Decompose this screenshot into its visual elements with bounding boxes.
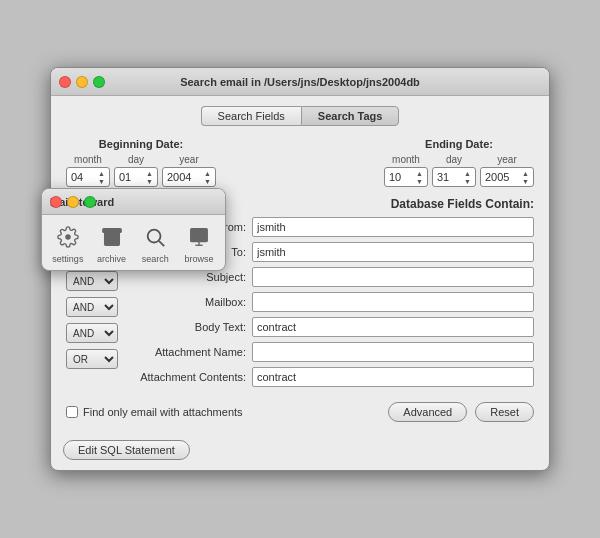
form-row-attachcontents: Attachment Contents: xyxy=(126,367,534,387)
title-bar: Search email in /Users/jns/Desktop/jns20… xyxy=(51,68,549,96)
archive-icon xyxy=(98,223,126,251)
input-to[interactable] xyxy=(252,242,534,262)
mini-icon-browse[interactable]: browse xyxy=(179,223,219,264)
beginning-year-arrows: ▲ ▼ xyxy=(204,170,211,185)
ending-year-up[interactable]: ▲ xyxy=(522,170,529,177)
mini-minimize-button[interactable] xyxy=(67,196,79,208)
label-attachname: Attachment Name: xyxy=(126,346,246,358)
action-buttons: Advanced Reset xyxy=(388,402,534,422)
svg-rect-3 xyxy=(191,229,208,242)
beginning-day-down[interactable]: ▼ xyxy=(146,178,153,185)
beginning-year-stepper[interactable]: 2004 ▲ ▼ xyxy=(162,167,216,187)
ending-day-up[interactable]: ▲ xyxy=(464,170,471,177)
mini-content: settings archive xyxy=(42,215,225,270)
beginning-month-arrows: ▲ ▼ xyxy=(98,170,105,185)
form-row-bodytext: Body Text: xyxy=(126,317,534,337)
beginning-month-stepper[interactable]: 04 ▲ ▼ xyxy=(66,167,110,187)
ending-date-fields: month 10 ▲ ▼ day 31 xyxy=(384,154,534,187)
reset-button[interactable]: Reset xyxy=(475,402,534,422)
beginning-date-label: Beginning Date: xyxy=(99,138,183,150)
ending-day-stepper[interactable]: 31 ▲ ▼ xyxy=(432,167,476,187)
beginning-year-down[interactable]: ▼ xyxy=(204,178,211,185)
attachments-checkbox[interactable] xyxy=(66,406,78,418)
ending-month-up[interactable]: ▲ xyxy=(416,170,423,177)
label-bodytext: Body Text: xyxy=(126,321,246,333)
close-button[interactable] xyxy=(59,76,71,88)
checkbox-area: Find only email with attachments xyxy=(66,406,243,418)
tab-search-tags[interactable]: Search Tags xyxy=(301,106,400,126)
traffic-lights xyxy=(59,76,105,88)
svg-rect-0 xyxy=(102,229,120,233)
beginning-year-label: year xyxy=(179,154,198,165)
mini-browse-label: browse xyxy=(185,254,214,264)
input-attachname[interactable] xyxy=(252,342,534,362)
label-mailbox: Mailbox: xyxy=(126,296,246,308)
beginning-day-up[interactable]: ▲ xyxy=(146,170,153,177)
logic-select-4[interactable]: ANDOR xyxy=(66,323,118,343)
ending-year-value: 2005 xyxy=(485,171,509,183)
beginning-day-field: day 01 ▲ ▼ xyxy=(114,154,158,187)
mini-traffic-lights xyxy=(50,196,96,208)
maximize-button[interactable] xyxy=(93,76,105,88)
advanced-button[interactable]: Advanced xyxy=(388,402,467,422)
mini-icon-settings[interactable]: settings xyxy=(48,223,88,264)
input-from[interactable] xyxy=(252,217,534,237)
beginning-month-value: 04 xyxy=(71,171,83,183)
beginning-day-stepper[interactable]: 01 ▲ ▼ xyxy=(114,167,158,187)
label-attachcontents: Attachment Contents: xyxy=(126,371,246,383)
minimize-button[interactable] xyxy=(76,76,88,88)
ending-year-stepper[interactable]: 2005 ▲ ▼ xyxy=(480,167,534,187)
form-row-mailbox: Mailbox: xyxy=(126,292,534,312)
checkbox-label: Find only email with attachments xyxy=(83,406,243,418)
ending-year-label: year xyxy=(497,154,516,165)
beginning-month-up[interactable]: ▲ xyxy=(98,170,105,177)
ending-day-label: day xyxy=(446,154,462,165)
svg-point-1 xyxy=(148,230,161,243)
ending-day-down[interactable]: ▼ xyxy=(464,178,471,185)
input-bodytext[interactable] xyxy=(252,317,534,337)
beginning-date-group: Beginning Date: month 04 ▲ ▼ day xyxy=(66,138,216,187)
mini-icon-search[interactable]: search xyxy=(135,223,175,264)
mini-archive-label: archive xyxy=(97,254,126,264)
tab-search-fields[interactable]: Search Fields xyxy=(201,106,301,126)
form-row-attachname: Attachment Name: xyxy=(126,342,534,362)
beginning-year-up[interactable]: ▲ xyxy=(204,170,211,177)
ending-month-down[interactable]: ▼ xyxy=(416,178,423,185)
beginning-date-fields: month 04 ▲ ▼ day 01 xyxy=(66,154,216,187)
ending-month-label: month xyxy=(392,154,420,165)
input-mailbox[interactable] xyxy=(252,292,534,312)
ending-year-field: year 2005 ▲ ▼ xyxy=(480,154,534,187)
tab-bar: Search Fields Search Tags xyxy=(66,106,534,126)
ending-month-field: month 10 ▲ ▼ xyxy=(384,154,428,187)
beginning-day-value: 01 xyxy=(119,171,131,183)
ending-day-field: day 31 ▲ ▼ xyxy=(432,154,476,187)
mini-window: MailSteward settings xyxy=(41,188,226,271)
beginning-month-field: month 04 ▲ ▼ xyxy=(66,154,110,187)
label-subject: Subject: xyxy=(126,271,246,283)
beginning-year-value: 2004 xyxy=(167,171,191,183)
beginning-day-label: day xyxy=(128,154,144,165)
logic-select-3[interactable]: ANDOR xyxy=(66,297,118,317)
mini-maximize-button[interactable] xyxy=(84,196,96,208)
footer: Edit SQL Statement xyxy=(51,434,549,470)
beginning-month-down[interactable]: ▼ xyxy=(98,178,105,185)
logic-select-2[interactable]: ANDOR xyxy=(66,271,118,291)
main-window: Search email in /Users/jns/Desktop/jns20… xyxy=(50,67,550,471)
input-attachcontents[interactable] xyxy=(252,367,534,387)
mini-close-button[interactable] xyxy=(50,196,62,208)
ending-date-group: Ending Date: month 10 ▲ ▼ day xyxy=(384,138,534,187)
ending-year-down[interactable]: ▼ xyxy=(522,178,529,185)
dates-row: Beginning Date: month 04 ▲ ▼ day xyxy=(66,138,534,187)
beginning-month-label: month xyxy=(74,154,102,165)
ending-day-arrows: ▲ ▼ xyxy=(464,170,471,185)
search-icon xyxy=(141,223,169,251)
ending-month-stepper[interactable]: 10 ▲ ▼ xyxy=(384,167,428,187)
edit-sql-button[interactable]: Edit SQL Statement xyxy=(63,440,190,460)
logic-select-5[interactable]: ORAND xyxy=(66,349,118,369)
mini-title-bar: MailSteward xyxy=(42,189,225,215)
beginning-year-field: year 2004 ▲ ▼ xyxy=(162,154,216,187)
ending-date-label: Ending Date: xyxy=(425,138,493,150)
mini-icon-archive[interactable]: archive xyxy=(92,223,132,264)
input-subject[interactable] xyxy=(252,267,534,287)
browse-icon xyxy=(185,223,213,251)
